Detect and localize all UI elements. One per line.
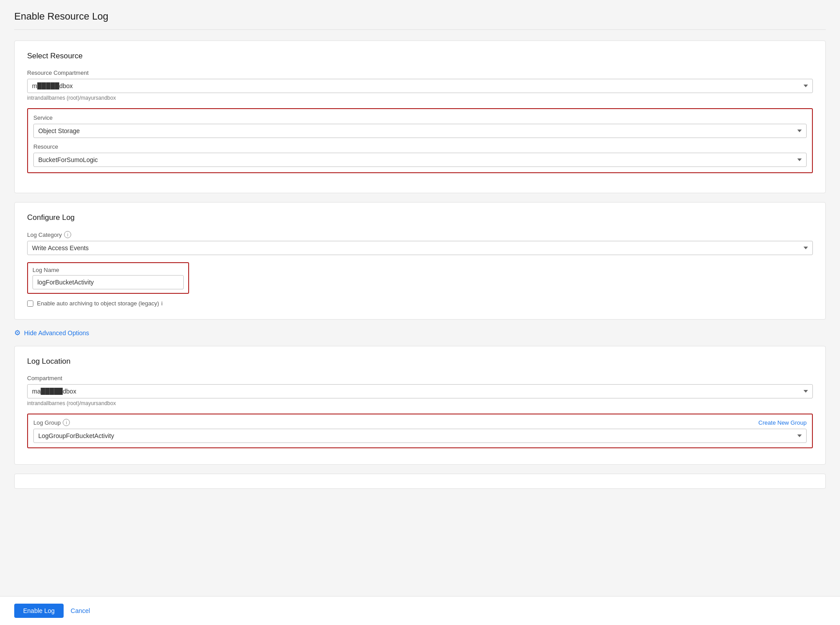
select-resource-title: Select Resource xyxy=(27,52,813,61)
settings-icon: ⚙ xyxy=(14,329,20,337)
resource-group: Resource BucketForSumoLogic xyxy=(33,143,807,167)
log-name-input[interactable] xyxy=(32,275,184,289)
log-category-select[interactable]: Write Access Events xyxy=(27,241,813,255)
create-new-group-link[interactable]: Create New Group xyxy=(759,419,807,426)
auto-archive-checkbox[interactable] xyxy=(27,300,33,307)
enable-log-button[interactable]: Enable Log xyxy=(14,604,64,618)
log-group-highlight: Log Group i Create New Group LogGroupFor… xyxy=(27,414,813,448)
service-group: Service Object Storage xyxy=(33,114,807,138)
resource-compartment-subtext: intrandallbarnes (root)/mayursandbox xyxy=(27,95,813,101)
configure-log-title: Configure Log xyxy=(27,213,813,222)
log-category-info-icon: i xyxy=(64,231,71,238)
configure-log-section: Configure Log Log Category i Write Acces… xyxy=(14,202,826,320)
log-group-label: Log Group i xyxy=(33,419,70,426)
log-location-compartment-subtext: intrandallbarnes (root)/mayursandbox xyxy=(27,400,813,406)
footer-bar: Enable Log Cancel xyxy=(0,596,840,625)
bottom-partial-section xyxy=(14,474,826,489)
log-group-select[interactable]: LogGroupForBucketActivity xyxy=(33,429,807,443)
select-resource-section: Select Resource Resource Compartment m██… xyxy=(14,41,826,193)
resource-compartment-group: Resource Compartment m█████dbox intranda… xyxy=(27,69,813,101)
service-select[interactable]: Object Storage xyxy=(33,124,807,138)
resource-select[interactable]: BucketForSumoLogic xyxy=(33,153,807,167)
auto-archive-label: Enable auto archiving to object storage … xyxy=(37,300,163,307)
log-location-section: Log Location Compartment ma█████dbox int… xyxy=(14,346,826,465)
log-group-header-row: Log Group i Create New Group xyxy=(33,419,807,426)
log-location-compartment-label: Compartment xyxy=(27,375,813,381)
cancel-button[interactable]: Cancel xyxy=(71,607,90,614)
log-location-title: Log Location xyxy=(27,357,813,366)
resource-compartment-select[interactable]: m█████dbox xyxy=(27,79,813,93)
log-name-group: Log Name xyxy=(27,262,813,294)
resource-compartment-label: Resource Compartment xyxy=(27,69,813,76)
log-location-compartment-group: Compartment ma█████dbox intrandallbarnes… xyxy=(27,375,813,406)
log-name-label: Log Name xyxy=(32,267,184,273)
advanced-options-row: ⚙ Hide Advanced Options xyxy=(14,329,826,337)
log-category-group: Log Category i Write Access Events xyxy=(27,231,813,255)
log-category-label: Log Category i xyxy=(27,231,813,238)
log-group-info-icon: i xyxy=(63,419,70,426)
log-location-compartment-select[interactable]: ma█████dbox xyxy=(27,384,813,398)
page-title: Enable Resource Log xyxy=(14,11,826,30)
auto-archive-info-icon: i xyxy=(162,300,163,307)
service-resource-highlight: Service Object Storage Resource BucketFo… xyxy=(27,108,813,173)
auto-archive-row: Enable auto archiving to object storage … xyxy=(27,300,813,307)
resource-label: Resource xyxy=(33,143,807,150)
service-label: Service xyxy=(33,114,807,121)
hide-advanced-options-link[interactable]: Hide Advanced Options xyxy=(24,329,89,337)
